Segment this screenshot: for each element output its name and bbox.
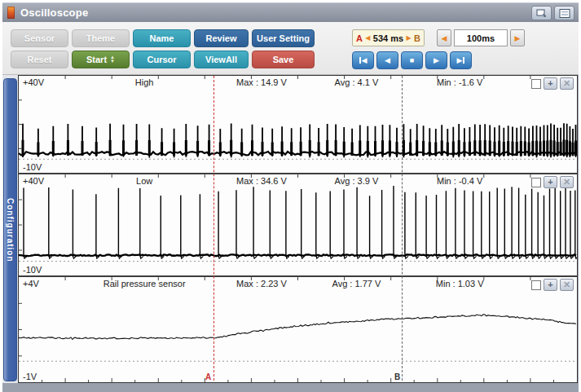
channel-panels: +40V High Max : 14.9 V Avg : 4.1 V Min :… — [18, 75, 578, 383]
min-readout: Min : -1.6 V — [437, 77, 482, 87]
scale-bottom-label: -10V — [23, 162, 42, 172]
cursor-b-bottom-label: B — [394, 372, 400, 381]
configuration-tab[interactable]: Configuration — [3, 78, 17, 381]
workspace: Configuration +40V High Max : 14.9 V Avg… — [2, 75, 579, 392]
waveform-rail-pressure — [19, 277, 577, 382]
max-readout: Max : 14.9 V — [236, 77, 287, 87]
cursor-a-bottom-label: A — [205, 372, 211, 381]
channel-checkbox[interactable] — [531, 280, 541, 290]
ab-right-arrow-icon: ▶ — [407, 34, 412, 42]
prev-icon: ◀ — [385, 56, 390, 64]
scale-top-label: +40V — [23, 176, 44, 186]
reset-button[interactable]: Reset — [11, 51, 68, 68]
channel-panel-low: +40V Low Max : 34.6 V Avg : 3.9 V Min : … — [19, 174, 577, 275]
zoom-plus-button[interactable]: + — [544, 176, 557, 188]
time-cursor-a[interactable] — [213, 76, 214, 381]
title-bar: Oscilloscope — [2, 2, 579, 22]
start-button-label: Start — [86, 55, 107, 64]
configuration-tab-label: Configuration — [6, 198, 15, 262]
channel-name: High — [135, 77, 154, 87]
review-button[interactable]: Review — [194, 29, 249, 47]
sensor-button[interactable]: Sensor — [11, 29, 68, 47]
avg-readout: Avg : 1.77 V — [332, 279, 381, 288]
spinner-icon: ▲▼ — [110, 55, 115, 64]
close-channel-button[interactable]: ✕ — [560, 176, 574, 188]
time-cursor-b[interactable] — [402, 76, 403, 381]
skip-to-start-button[interactable]: ◀ — [352, 51, 374, 69]
viewall-button[interactable]: ViewAll — [194, 51, 249, 68]
ab-range-value: 534 ms — [373, 33, 403, 43]
channel-name: Low — [136, 176, 152, 186]
user-setting-button[interactable]: User Setting — [252, 29, 315, 47]
channel-panel-high: +40V High Max : 14.9 V Avg : 4.1 V Min :… — [19, 76, 577, 173]
waveform-low — [19, 174, 577, 275]
start-button[interactable]: Start ▲▼ — [72, 51, 130, 68]
scale-bottom-label: -10V — [23, 265, 42, 275]
avg-readout: Avg : 3.9 V — [335, 176, 379, 186]
oscilloscope-window: Oscilloscope Sensor Theme Name Review Us… — [0, 0, 581, 392]
timebase-increase-button[interactable]: ▶ — [510, 29, 525, 46]
close-channel-button[interactable]: ✕ — [560, 77, 574, 90]
max-readout: Max : 2.23 V — [236, 279, 287, 288]
ab-left-arrow-icon: ◀ — [365, 34, 370, 42]
avg-readout: Avg : 4.1 V — [335, 77, 379, 87]
close-channel-button[interactable]: ✕ — [560, 279, 574, 291]
skip-start-bar-icon — [359, 57, 361, 64]
save-button[interactable]: Save — [252, 51, 315, 68]
channel-name: Rail pressure sensor — [103, 279, 186, 288]
cursor-b-label: B — [414, 33, 420, 43]
restore-window-button[interactable] — [531, 6, 552, 20]
ab-range-display: A ◀ 534 ms ▶ B — [352, 29, 425, 46]
stop-button[interactable]: ■ — [401, 51, 423, 69]
layout-window-button[interactable] — [554, 6, 574, 20]
skip-end-bar-icon — [463, 57, 464, 64]
waveform-high — [19, 76, 577, 173]
zoom-plus-button[interactable]: + — [544, 77, 557, 90]
side-tab-strip: Configuration — [2, 75, 18, 383]
app-icon — [7, 7, 15, 19]
play-button[interactable]: ▶ — [425, 51, 447, 69]
name-button[interactable]: Name — [133, 29, 191, 47]
timebase-decrease-button[interactable]: ◀ — [437, 29, 451, 46]
timebase-value: 100ms — [454, 29, 508, 46]
cursor-a-label: A — [356, 33, 363, 43]
theme-button[interactable]: Theme — [72, 29, 130, 47]
skip-end-icon: ▶ — [457, 56, 463, 64]
max-readout: Max : 34.6 V — [236, 176, 287, 186]
channel-panel-rail-pressure: +4V Rail pressure sensor Max : 2.23 V Av… — [19, 277, 577, 382]
play-icon: ▶ — [434, 56, 439, 64]
step-left-icon: ◀ — [442, 34, 447, 42]
scale-bottom-label: -1V — [23, 372, 37, 381]
window-title: Oscilloscope — [20, 7, 88, 19]
step-right-icon: ▶ — [515, 34, 521, 42]
cursor-button[interactable]: Cursor — [133, 51, 191, 68]
channel-checkbox[interactable] — [531, 178, 541, 187]
skip-start-icon: ◀ — [362, 56, 368, 64]
toolbar: Sensor Theme Name Review User Setting Re… — [2, 22, 579, 75]
scale-top-label: +4V — [23, 279, 39, 288]
scale-top-label: +40V — [23, 77, 44, 87]
zoom-plus-button[interactable]: + — [544, 279, 557, 291]
stop-icon: ■ — [410, 56, 414, 64]
channel-checkbox[interactable] — [531, 79, 541, 89]
min-readout: Min : 1.03 V — [436, 279, 484, 288]
step-back-button[interactable]: ◀ — [376, 51, 398, 69]
min-readout: Min : -0.4 V — [437, 176, 482, 186]
skip-to-end-button[interactable]: ▶ — [450, 51, 472, 69]
